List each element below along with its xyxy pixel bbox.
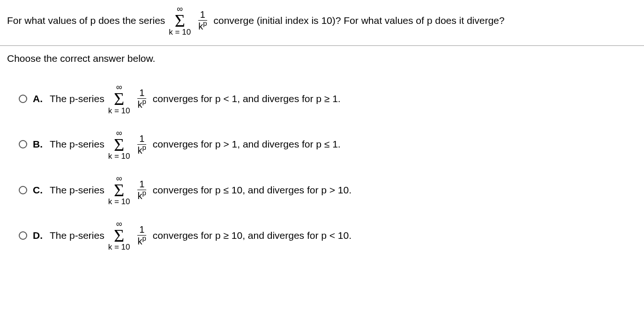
choice-suffix: converges for p < 1, and diverges for p … <box>153 93 341 104</box>
sigma-expression: ∞ Σ k = 10 <box>108 83 130 114</box>
sigma-expression: ∞ Σ k = 10 <box>108 129 130 160</box>
choice-b[interactable]: B. The p-series ∞ Σ k = 10 1 kp converge… <box>19 129 637 160</box>
fraction: 1 kp <box>136 134 148 155</box>
choice-prefix: The p-series <box>50 230 105 241</box>
choice-d[interactable]: D. The p-series ∞ Σ k = 10 1 kp converge… <box>19 220 637 251</box>
choice-prefix: The p-series <box>50 185 105 196</box>
fraction-denominator: kp <box>196 21 209 31</box>
sigma-symbol: Σ <box>175 13 185 28</box>
fraction: 1 kp <box>136 88 148 109</box>
choice-letter: A. <box>33 93 44 104</box>
choice-text: The p-series ∞ Σ k = 10 1 kp converges f… <box>50 220 352 251</box>
choice-letter: D. <box>33 230 44 241</box>
choices-container: A. The p-series ∞ Σ k = 10 1 kp converge… <box>7 83 637 251</box>
sigma-expression: ∞ Σ k = 10 <box>169 5 191 36</box>
choice-letter: B. <box>33 139 44 150</box>
choice-text: The p-series ∞ Σ k = 10 1 kp converges f… <box>50 174 352 206</box>
choice-a[interactable]: A. The p-series ∞ Σ k = 10 1 kp converge… <box>19 83 637 114</box>
fraction: 1 kp <box>136 179 148 200</box>
fraction: 1 kp <box>136 225 148 246</box>
question-text: For what values of p does the series ∞ Σ… <box>7 5 637 36</box>
choice-c[interactable]: C. The p-series ∞ Σ k = 10 1 kp converge… <box>19 174 637 206</box>
radio-icon[interactable] <box>19 231 27 240</box>
question-part1: For what values of p does the series <box>7 14 165 27</box>
choice-text: The p-series ∞ Σ k = 10 1 kp converges f… <box>50 83 341 114</box>
radio-icon[interactable] <box>19 186 27 194</box>
radio-icon[interactable] <box>19 140 27 148</box>
divider <box>0 45 644 46</box>
sigma-expression: ∞ Σ k = 10 <box>108 174 130 206</box>
choice-suffix: converges for p ≥ 10, and diverges for p… <box>153 230 352 241</box>
fraction: 1 kp <box>196 10 209 31</box>
radio-icon[interactable] <box>19 95 27 103</box>
choice-prefix: The p-series <box>50 93 105 104</box>
sigma-expression: ∞ Σ k = 10 <box>108 220 130 251</box>
sigma-lower-limit: k = 10 <box>169 28 191 36</box>
choice-text: The p-series ∞ Σ k = 10 1 kp converges f… <box>50 129 341 160</box>
instruction-text: Choose the correct answer below. <box>7 53 637 64</box>
choice-suffix: converges for p > 1, and diverges for p … <box>153 139 341 150</box>
choice-prefix: The p-series <box>50 139 105 150</box>
question-part2: converge (initial index is 10)? For what… <box>213 14 504 27</box>
choice-letter: C. <box>33 185 44 196</box>
choice-suffix: converges for p ≤ 10, and diverges for p… <box>153 185 352 196</box>
